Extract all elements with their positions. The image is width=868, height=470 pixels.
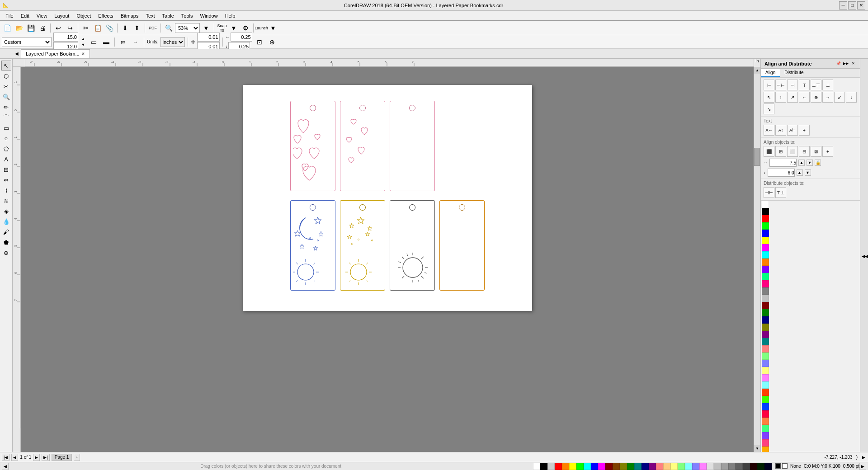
color-bar-swatch[interactable] <box>642 463 649 470</box>
align-obj-2[interactable]: ⊞ <box>775 146 786 157</box>
color-swatch[interactable] <box>762 208 769 215</box>
width-up-btn[interactable]: ▲ <box>798 160 805 166</box>
tab-prev-button[interactable]: ◀ <box>13 50 21 58</box>
panel-controls[interactable]: 📌 ▶▶ ✕ <box>835 61 856 67</box>
menu-effects[interactable]: Effects <box>94 12 117 19</box>
color-swatch[interactable] <box>762 367 769 374</box>
undo-button[interactable]: ↩ <box>53 23 64 33</box>
color-swatch[interactable] <box>762 439 769 446</box>
preset-select[interactable]: Custom <box>2 37 52 47</box>
select-tool[interactable]: ↖ <box>1 61 11 70</box>
color-swatch[interactable] <box>762 338 769 345</box>
color-bar-swatch[interactable] <box>634 463 642 470</box>
dist-2[interactable]: ⊤⊥ <box>775 187 786 198</box>
cut-button[interactable]: ✂ <box>80 23 91 33</box>
bookmark-orange-empty[interactable] <box>439 200 485 291</box>
align-top-button[interactable]: ⊤ <box>799 80 810 90</box>
color-swatch[interactable] <box>762 389 769 396</box>
color-bar-swatch[interactable] <box>678 463 685 470</box>
color-bar-swatch[interactable] <box>533 463 540 470</box>
color-bar-swatch[interactable] <box>613 463 620 470</box>
menu-tools[interactable]: Tools <box>178 12 197 19</box>
align-bottom-button[interactable]: ⊥ <box>822 80 833 90</box>
menu-text[interactable]: Text <box>142 12 158 19</box>
nudge-x-field[interactable] <box>197 33 220 42</box>
maximize-button[interactable]: □ <box>848 1 856 9</box>
color-bar-swatch[interactable] <box>656 463 663 470</box>
color-bar-swatch[interactable] <box>663 463 670 470</box>
color-swatch[interactable] <box>762 418 769 425</box>
height-up-btn[interactable]: ▲ <box>797 169 803 176</box>
menu-object[interactable]: Object <box>73 12 94 19</box>
ellipse-tool[interactable]: ○ <box>1 133 11 143</box>
snap-to-button[interactable]: Snap To <box>217 23 227 33</box>
menu-view[interactable]: View <box>33 12 51 19</box>
add-page-nav-button[interactable]: + <box>74 454 80 461</box>
menu-edit[interactable]: Edit <box>17 12 33 19</box>
zoom-out-button[interactable]: 🔍 <box>163 23 174 33</box>
color-swatch[interactable] <box>762 360 769 367</box>
color-swatch[interactable] <box>762 410 769 418</box>
color-bar-swatch[interactable] <box>598 463 605 470</box>
copy-button[interactable]: 📋 <box>92 23 103 33</box>
save-button[interactable]: 💾 <box>25 23 36 33</box>
color-bar-swatch[interactable] <box>736 463 743 470</box>
align-br-button[interactable]: ↘ <box>764 103 774 114</box>
zoom-tool[interactable]: 🔍 <box>1 92 11 102</box>
launch-dropdown-button[interactable]: ▼ <box>268 23 278 33</box>
polygon-tool[interactable]: ⬠ <box>1 144 11 154</box>
align-ml-button[interactable]: ← <box>799 92 810 103</box>
align-obj-plus[interactable]: + <box>822 146 833 157</box>
height-down-btn[interactable]: ▼ <box>805 169 811 176</box>
color-swatch[interactable] <box>762 403 769 410</box>
align-bc-button[interactable]: ↓ <box>846 92 857 103</box>
blend-tool[interactable]: ≋ <box>1 196 11 206</box>
width-down-btn[interactable]: ▼ <box>807 160 813 166</box>
minimize-button[interactable]: ─ <box>839 1 847 9</box>
units-select[interactable]: inches mm cm pixels <box>160 37 185 47</box>
new-button[interactable]: 📄 <box>2 23 13 33</box>
align-right-button[interactable]: ⊣ <box>787 80 798 90</box>
color-swatch[interactable] <box>762 230 769 237</box>
color-bar-swatch[interactable] <box>569 463 576 470</box>
color-swatch[interactable] <box>762 345 769 352</box>
color-swatch[interactable] <box>762 381 769 389</box>
color-swatch[interactable] <box>762 396 769 403</box>
hscroll-right-button[interactable]: ▶ <box>859 463 866 470</box>
menu-window[interactable]: Window <box>197 12 222 19</box>
offset-x-field[interactable] <box>231 33 252 42</box>
shape-tool[interactable]: ⬡ <box>1 71 11 81</box>
color-bar-swatch[interactable] <box>721 463 728 470</box>
crop-tool[interactable]: ✂ <box>1 81 11 91</box>
text-align-button[interactable]: A⊢ <box>787 125 798 136</box>
color-swatch[interactable] <box>762 295 769 302</box>
redo-button[interactable]: ↪ <box>65 23 75 33</box>
align-left-button[interactable]: ⊢ <box>764 80 774 90</box>
color-swatch[interactable] <box>762 244 769 251</box>
text-size-button[interactable]: A↕ <box>775 125 786 136</box>
color-bar-swatch[interactable] <box>714 463 721 470</box>
menu-table[interactable]: Table <box>159 12 178 19</box>
color-bar-swatch[interactable] <box>620 463 627 470</box>
bookmark-pink-hearts-small[interactable] <box>340 101 385 191</box>
snap-dropdown-button[interactable]: ▼ <box>228 23 239 33</box>
panel-expand-button[interactable]: ▶▶ <box>843 61 849 67</box>
publish-pdf-button[interactable]: PDF <box>147 23 158 33</box>
color-swatch[interactable] <box>762 352 769 360</box>
text-tool[interactable]: A <box>1 154 11 164</box>
doc-tab-close[interactable]: ✕ <box>81 52 85 56</box>
color-swatch[interactable] <box>762 273 769 280</box>
connector-tool[interactable]: ⌇ <box>1 185 11 195</box>
bookmark-pink-empty[interactable] <box>390 101 435 191</box>
color-swatch[interactable] <box>762 251 769 258</box>
align-width-field[interactable] <box>769 159 797 167</box>
color-bar-swatch[interactable] <box>764 463 772 470</box>
rect-tool[interactable]: ▭ <box>1 123 11 133</box>
align-obj-1[interactable]: ⬛ <box>764 146 774 157</box>
color-bar-swatch[interactable] <box>555 463 562 470</box>
options-button[interactable]: ⚙ <box>240 23 251 33</box>
align-mr-button[interactable]: → <box>822 92 833 103</box>
menu-help[interactable]: Help <box>222 12 239 19</box>
panel-close-button[interactable]: ✕ <box>850 61 856 67</box>
color-swatch[interactable] <box>762 266 769 273</box>
